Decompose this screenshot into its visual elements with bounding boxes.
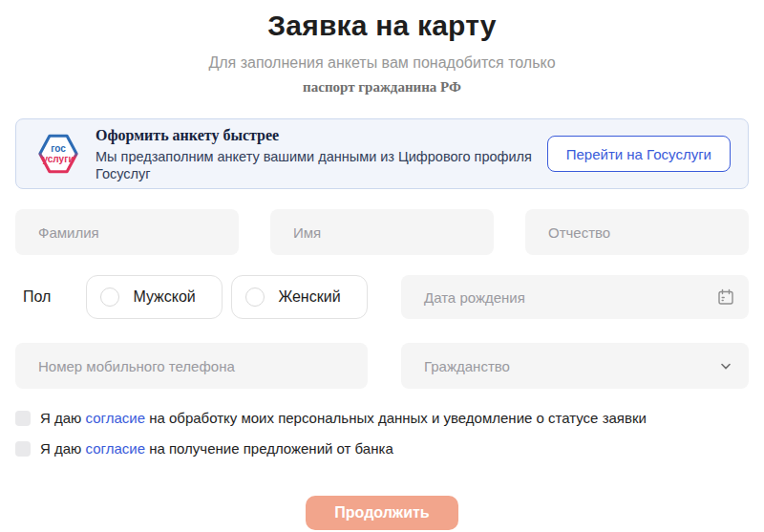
consent-text: Я даю согласие на получение предложений … [40,440,393,458]
svg-text:гос: гос [51,143,66,154]
phone-input[interactable] [15,343,368,389]
radio-circle-icon [100,287,119,307]
phone-citizenship-row: Гражданство [15,343,749,389]
bank-offers-checkbox[interactable] [15,441,31,457]
birth-date-placeholder: Дата рождения [424,289,525,306]
consent-prefix: Я даю [40,410,86,426]
first-name-input[interactable] [270,209,494,255]
card-application-page: Заявка на карту Для заполнения анкеты ва… [0,8,764,532]
submit-area: Продолжить [0,496,764,530]
middle-name-input[interactable] [525,209,749,255]
banner-description: Мы предзаполним анкету вашими данными из… [96,148,547,182]
gender-label: Пол [23,288,51,306]
gender-option-label: Женский [278,288,340,306]
gosuslugi-banner: гос услуги Оформить анкету быстрее Мы пр… [15,118,749,189]
birth-date-field[interactable]: Дата рождения [401,275,749,319]
page-subtitle-passport: паспорт гражданина РФ [0,78,764,96]
consent-suffix: на получение предложений от банка [145,440,393,457]
name-fields-row [15,209,749,255]
gender-option-female[interactable]: Женский [231,275,368,319]
radio-circle-icon [245,287,265,307]
last-name-input[interactable] [15,209,239,255]
consent-prefix: Я даю [40,440,86,457]
personal-data-checkbox[interactable] [15,411,31,426]
gender-option-label: Мужской [133,288,195,306]
citizenship-select[interactable]: Гражданство [401,343,749,389]
consent-link[interactable]: согласие [86,440,145,457]
consent-text: Я даю согласие на обработку моих персона… [40,410,647,427]
continue-button[interactable]: Продолжить [306,496,458,530]
consent-row-bank-offers: Я даю согласие на получение предложений … [15,440,749,458]
go-to-gosuslugi-button[interactable]: Перейти на Госуслуги [547,136,731,172]
citizenship-placeholder: Гражданство [424,358,510,374]
gender-option-male[interactable]: Мужской [86,275,223,319]
banner-heading: Оформить анкету быстрее [96,126,547,144]
gosuslugi-logo-icon: гос услуги [36,131,80,177]
consent-row-personal-data: Я даю согласие на обработку моих персона… [15,410,749,427]
page-title: Заявка на карту [0,8,764,44]
consent-link[interactable]: согласие [86,410,145,426]
consent-suffix: на обработку моих персональных данных и … [145,410,647,426]
svg-text:услуги: услуги [42,154,74,164]
calendar-icon[interactable] [716,287,735,307]
gender-birthdate-row: Пол Мужской Женский Дата рождения [15,275,749,319]
page-subtitle: Для заполнения анкеты вам понадобится то… [0,53,764,73]
banner-text-block: Оформить анкету быстрее Мы предзаполним … [96,126,547,182]
chevron-down-icon [716,356,735,375]
